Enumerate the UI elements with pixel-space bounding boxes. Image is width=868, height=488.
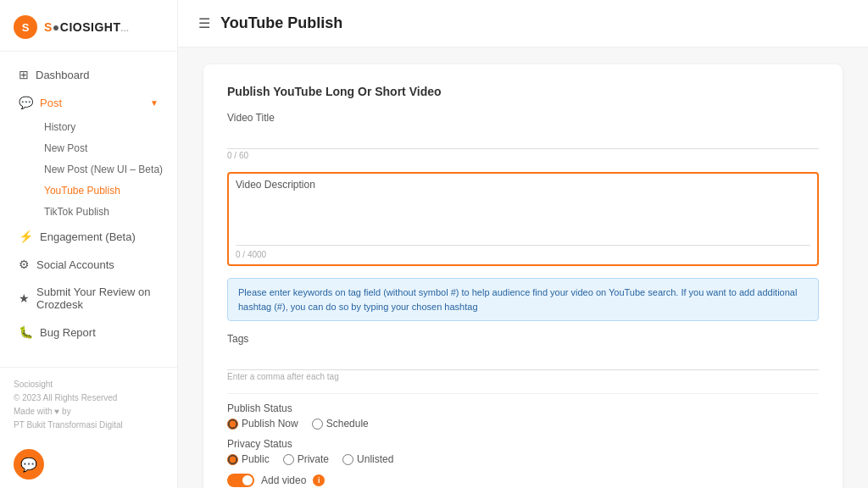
- chat-button[interactable]: 💬: [14, 449, 44, 480]
- sidebar-item-submit-review[interactable]: ★ Submit Your Review on Crozdesk: [5, 279, 172, 318]
- video-description-group: Video Description 0 / 4000: [227, 172, 819, 266]
- sidebar-footer: Sociosight © 2023 All Rights Reserved Ma…: [0, 367, 177, 442]
- star-icon: ★: [19, 291, 30, 305]
- tags-input[interactable]: [227, 348, 819, 370]
- main-content: ☰ YouTube Publish Publish YouTube Long O…: [178, 0, 868, 488]
- engagement-icon: ⚡: [19, 230, 33, 243]
- privacy-status-section: Privacy Status Public Private Unlisted: [227, 438, 819, 465]
- add-video-toggle[interactable]: [227, 474, 254, 487]
- add-video-row: Add video i: [227, 474, 819, 487]
- unlisted-label: Unlisted: [357, 453, 393, 465]
- sidebar-item-new-post[interactable]: New Post: [36, 138, 172, 158]
- content-area: Publish YouTube Long Or Short Video Vide…: [178, 47, 868, 488]
- video-title-input[interactable]: [227, 127, 819, 149]
- menu-icon[interactable]: ☰: [198, 15, 210, 31]
- publish-now-label: Publish Now: [242, 418, 298, 430]
- publish-status-section: Publish Status Publish Now Schedule: [227, 402, 819, 430]
- sidebar-item-social-accounts[interactable]: ⚙ Social Accounts: [5, 251, 172, 278]
- sidebar-dashboard-label: Dashboard: [36, 69, 90, 81]
- add-video-label: Add video: [261, 474, 306, 486]
- sidebar-navigation: ⊞ Dashboard 💬 Post ▼ History New Post Ne…: [0, 52, 177, 367]
- sidebar-item-bug-report[interactable]: 🐛 Bug Report: [5, 319, 172, 346]
- public-radio[interactable]: [227, 454, 238, 465]
- tags-hint: Enter a comma after each tag: [227, 372, 819, 381]
- tags-label: Tags: [227, 333, 819, 345]
- video-title-group: Video Title 0 / 60: [227, 112, 819, 160]
- video-description-char-count: 0 / 4000: [236, 250, 810, 259]
- publish-status-options: Publish Now Schedule: [227, 418, 819, 430]
- copyright: © 2023 All Rights Reserved: [14, 391, 164, 405]
- topbar: ☰ YouTube Publish: [178, 0, 868, 47]
- publish-form-card: Publish YouTube Long Or Short Video Vide…: [203, 64, 843, 488]
- chat-icon: 💬: [20, 457, 37, 473]
- publish-now-option[interactable]: Publish Now: [227, 418, 298, 430]
- video-description-label: Video Description: [236, 179, 810, 191]
- logo-icon: S: [14, 15, 37, 39]
- logo-text: S●CIOSIGHT...: [44, 20, 129, 34]
- tags-info-banner: Please enter keywords on tag field (with…: [227, 278, 819, 321]
- sidebar-item-youtube-publish[interactable]: YouTube Publish: [36, 180, 172, 201]
- sidebar: S S●CIOSIGHT... ⊞ Dashboard 💬 Post ▼ His…: [0, 0, 178, 488]
- unlisted-radio[interactable]: [342, 454, 353, 465]
- post-sub-navigation: History New Post New Post (New UI – Beta…: [0, 117, 177, 222]
- privacy-status-options: Public Private Unlisted: [227, 453, 819, 465]
- chevron-down-icon: ▼: [150, 98, 159, 108]
- post-icon: 💬: [19, 96, 33, 109]
- sidebar-item-post[interactable]: 💬 Post ▼: [5, 89, 172, 116]
- sidebar-item-tiktok-publish[interactable]: TikTok Publish: [36, 202, 172, 222]
- company-name: PT Bukit Transformasi Digital: [14, 419, 164, 432]
- publish-now-radio[interactable]: [227, 419, 238, 430]
- public-option[interactable]: Public: [227, 453, 270, 465]
- sidebar-post-label: Post: [40, 97, 62, 109]
- sidebar-item-engagement[interactable]: ⚡ Engagement (Beta): [5, 223, 172, 250]
- page-title: YouTube Publish: [220, 14, 342, 32]
- video-title-char-count: 0 / 60: [227, 151, 819, 160]
- tags-group: Tags Enter a comma after each tag: [227, 333, 819, 381]
- section-title: Publish YouTube Long Or Short Video: [227, 85, 819, 98]
- bug-icon: 🐛: [19, 325, 33, 339]
- sidebar-logo: S S●CIOSIGHT...: [0, 0, 177, 52]
- made-with: Made with ♥ by: [14, 405, 164, 419]
- schedule-label: Schedule: [326, 418, 369, 430]
- sidebar-item-dashboard[interactable]: ⊞ Dashboard: [5, 61, 172, 88]
- divider-1: [227, 393, 819, 394]
- video-title-label: Video Title: [227, 112, 819, 124]
- public-label: Public: [242, 453, 270, 465]
- add-video-info-badge[interactable]: i: [313, 474, 325, 486]
- unlisted-option[interactable]: Unlisted: [342, 453, 393, 465]
- dashboard-icon: ⊞: [19, 68, 29, 81]
- private-option[interactable]: Private: [283, 453, 329, 465]
- private-label: Private: [298, 453, 329, 465]
- brand-name: Sociosight: [14, 378, 164, 391]
- schedule-option[interactable]: Schedule: [312, 418, 369, 430]
- private-radio[interactable]: [283, 454, 294, 465]
- schedule-radio[interactable]: [312, 419, 323, 430]
- publish-status-label: Publish Status: [227, 402, 819, 414]
- privacy-status-label: Privacy Status: [227, 438, 819, 450]
- video-description-input[interactable]: [236, 194, 810, 246]
- sidebar-item-history[interactable]: History: [36, 117, 172, 137]
- sidebar-item-new-post-beta[interactable]: New Post (New UI – Beta): [36, 159, 172, 180]
- social-accounts-icon: ⚙: [19, 258, 30, 271]
